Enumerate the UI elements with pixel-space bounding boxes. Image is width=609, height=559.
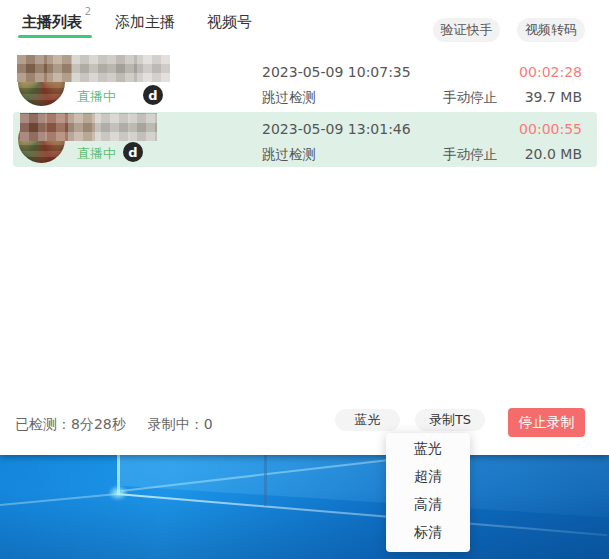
record-ts-button[interactable]: 录制TS: [415, 409, 485, 431]
record-duration: 00:02:28: [519, 64, 582, 80]
platform-d-badge-icon: d: [123, 142, 143, 162]
platform-d-badge-icon: d: [143, 85, 163, 105]
tab-anchor-list[interactable]: 主播列表 2: [22, 13, 82, 32]
windows-desktop-wallpaper: [0, 455, 609, 559]
dropdown-option-high-def[interactable]: 高清: [386, 491, 470, 519]
live-status-label: 直播中: [77, 88, 116, 106]
wallpaper-vertical-edge-line: [117, 455, 120, 494]
quality-dropdown-menu: 蓝光 超清 高清 标清: [386, 433, 470, 552]
footer-status: 已检测：8分28秒 录制中：0: [15, 416, 213, 434]
wallpaper-pane-divider-line: [264, 455, 267, 506]
wallpaper-window-pane: [117, 455, 609, 535]
dropdown-option-blu-ray[interactable]: 蓝光: [386, 435, 470, 463]
verify-kuaishou-button[interactable]: 验证快手: [433, 18, 500, 42]
wallpaper-bottom-edge-line: [117, 493, 607, 536]
video-transcode-button[interactable]: 视频转码: [517, 18, 585, 42]
anchor-row-1[interactable]: 直播中 d 2023-05-09 10:07:35 跳过检测 手动停止 00:0…: [13, 55, 597, 110]
record-file-size: 39.7 MB: [525, 89, 582, 105]
detect-mode-label: 跳过检测: [262, 146, 316, 164]
tab-anchor-list-label: 主播列表: [22, 13, 82, 31]
detected-time-label: 已检测：8分28秒: [15, 416, 126, 434]
detect-mode-label: 跳过检测: [262, 89, 316, 107]
anchor-name-censored: [20, 113, 157, 141]
record-duration: 00:00:55: [519, 121, 582, 137]
anchor-name-censored: [17, 55, 170, 82]
quality-select-button[interactable]: 蓝光: [335, 409, 400, 431]
wallpaper-top-edge-line: [121, 455, 431, 491]
dropdown-option-ultra-hd[interactable]: 超清: [386, 463, 470, 491]
recording-count-label: 录制中：0: [148, 416, 213, 434]
stop-mode-label: 手动停止: [443, 89, 497, 107]
stream-start-time: 2023-05-09 10:07:35: [262, 64, 411, 80]
live-status-label: 直播中: [77, 145, 116, 163]
record-file-size: 20.0 MB: [525, 146, 582, 162]
stop-record-button[interactable]: 停止录制: [508, 408, 585, 437]
active-tab-underline: [18, 35, 92, 38]
recorder-app-window: 主播列表 2 添加主播 视频号 验证快手 视频转码 直播中 d 2023-05-…: [0, 0, 609, 455]
tab-anchor-list-count-badge: 2: [85, 6, 91, 17]
anchor-row-2-selected[interactable]: 直播中 d 2023-05-09 13:01:46 跳过检测 手动停止 00:0…: [13, 112, 597, 167]
wallpaper-left-edge-line: [0, 493, 118, 506]
stop-mode-label: 手动停止: [443, 146, 497, 164]
dropdown-option-standard-def[interactable]: 标清: [386, 519, 470, 547]
wallpaper-corner-glow: [108, 485, 128, 501]
stream-start-time: 2023-05-09 13:01:46: [262, 121, 411, 137]
tab-add-anchor[interactable]: 添加主播: [115, 13, 175, 32]
tab-video-account[interactable]: 视频号: [207, 13, 252, 32]
